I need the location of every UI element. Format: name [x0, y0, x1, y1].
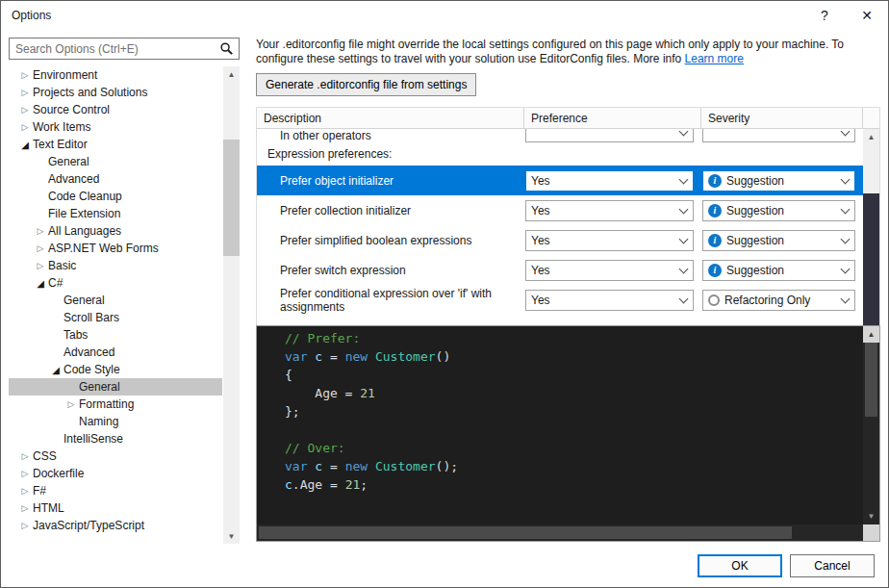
- expand-arrow-icon[interactable]: ▷: [18, 122, 32, 132]
- tree-scrollbar[interactable]: ▲ ▼: [223, 66, 240, 544]
- option-row-prefer-object-initializer[interactable]: Prefer object initializerYesiSuggestion: [257, 166, 863, 195]
- code-preview: // Prefer:var c = new Customer(){ Age = …: [256, 325, 880, 542]
- tree-item-source-control[interactable]: ▷Source Control: [9, 101, 222, 118]
- search-input[interactable]: [10, 42, 219, 56]
- tree-item-environment[interactable]: ▷Environment: [9, 66, 222, 84]
- expand-arrow-icon[interactable]: ▷: [34, 226, 47, 236]
- preference-dropdown[interactable]: Yes: [525, 290, 694, 311]
- option-row-prefer-simplified-boolean-expressions[interactable]: Prefer simplified boolean expressionsYes…: [257, 225, 863, 255]
- tree-item-f[interactable]: ▷F#: [9, 482, 222, 499]
- preference-cell: Yes: [524, 226, 701, 255]
- learn-more-link[interactable]: Learn more: [685, 52, 744, 65]
- cancel-button[interactable]: Cancel: [790, 554, 875, 577]
- close-button[interactable]: ✕: [846, 1, 888, 30]
- table-scrollbar-thumb[interactable]: [863, 193, 879, 325]
- preview-hscrollbar-thumb[interactable]: [259, 526, 792, 539]
- tree-item-general[interactable]: General: [9, 153, 222, 170]
- preference-dropdown[interactable]: Yes: [525, 200, 694, 221]
- expand-arrow-icon[interactable]: ▷: [18, 469, 32, 478]
- collapse-arrow-icon[interactable]: ◢: [49, 365, 63, 375]
- tree-item-intellisense[interactable]: IntelliSense: [9, 430, 222, 447]
- tree-item-formatting[interactable]: ▷Formatting: [9, 396, 222, 413]
- search-icon[interactable]: [219, 41, 234, 56]
- scroll-up-icon[interactable]: ▲: [863, 326, 879, 343]
- option-description: Prefer object initializer: [257, 172, 524, 190]
- tree-item-advanced[interactable]: Advanced: [9, 344, 222, 361]
- preview-vertical-scrollbar[interactable]: ▲ ▼: [863, 326, 879, 524]
- help-button[interactable]: ?: [803, 1, 846, 30]
- table-row-partial[interactable]: In other operators: [257, 129, 863, 142]
- generate-editorconfig-button[interactable]: Generate .editorconfig file from setting…: [256, 73, 476, 96]
- expand-arrow-icon[interactable]: ▷: [18, 105, 32, 115]
- tree-item-basic[interactable]: ▷Basic: [9, 257, 222, 274]
- preference-dropdown[interactable]: Yes: [525, 170, 694, 192]
- tree-item-dockerfile[interactable]: ▷Dockerfile: [9, 465, 222, 482]
- severity-dropdown[interactable]: iSuggestion: [702, 170, 855, 192]
- option-row-prefer-switch-expression[interactable]: Prefer switch expressionYesiSuggestion: [257, 255, 863, 285]
- expand-arrow-icon[interactable]: ▷: [18, 503, 32, 513]
- section-header-expression-preferences: Expression preferences:: [257, 142, 863, 166]
- severity-dropdown[interactable]: [702, 129, 855, 142]
- tree-item-label: Text Editor: [32, 138, 88, 151]
- tree-item-c[interactable]: ◢C#: [9, 274, 222, 292]
- tree-item-general[interactable]: General: [9, 292, 222, 309]
- ok-button[interactable]: OK: [698, 554, 782, 577]
- column-header-description[interactable]: Description: [257, 108, 524, 128]
- severity-dropdown[interactable]: iSuggestion: [702, 200, 855, 221]
- preference-dropdown[interactable]: [525, 129, 694, 142]
- tree-item-all-languages[interactable]: ▷All Languages: [9, 222, 222, 240]
- scroll-down-icon[interactable]: ▼: [223, 528, 240, 544]
- dropdown-value: Suggestion: [726, 174, 838, 188]
- table-scrollbar-track[interactable]: [863, 144, 879, 325]
- severity-dropdown[interactable]: iSuggestion: [702, 260, 855, 281]
- dialog-content: ▷Environment▷Projects and Solutions▷Sour…: [1, 30, 888, 544]
- expand-arrow-icon[interactable]: ▷: [34, 261, 47, 270]
- column-header-severity[interactable]: Severity: [701, 108, 863, 128]
- scroll-up-icon[interactable]: ▲: [223, 66, 240, 82]
- option-description: Prefer switch expression: [257, 262, 524, 279]
- tree-item-naming[interactable]: Naming: [9, 413, 222, 430]
- severity-dropdown[interactable]: Refactoring Only: [702, 290, 855, 311]
- preview-horizontal-scrollbar[interactable]: [257, 524, 863, 541]
- collapse-arrow-icon[interactable]: ◢: [18, 140, 32, 150]
- preview-scrollbar-track[interactable]: [863, 343, 879, 508]
- option-row-prefer-collection-initializer[interactable]: Prefer collection initializerYesiSuggest…: [257, 195, 863, 225]
- tree-item-advanced[interactable]: Advanced: [9, 170, 222, 188]
- tree-item-text-editor[interactable]: ◢Text Editor: [9, 136, 222, 153]
- tree-item-file-extension[interactable]: File Extension: [9, 205, 222, 222]
- tree-scrollbar-track[interactable]: [223, 82, 240, 528]
- expand-arrow-icon[interactable]: ▷: [64, 399, 78, 409]
- tree-item-scroll-bars[interactable]: Scroll Bars: [9, 309, 222, 326]
- tree-item-asp-net-web-forms[interactable]: ▷ASP.NET Web Forms: [9, 240, 222, 257]
- severity-cell: Refactoring Only: [701, 286, 863, 315]
- preview-scrollbar-thumb[interactable]: [865, 343, 877, 417]
- column-header-preference[interactable]: Preference: [524, 108, 701, 128]
- tree-scrollbar-thumb[interactable]: [223, 140, 240, 256]
- titlebar: Options ? ✕: [1, 1, 888, 30]
- tree-item-javascript-typescript[interactable]: ▷JavaScript/TypeScript: [9, 517, 222, 534]
- tree-item-code-style[interactable]: ◢Code Style: [9, 361, 222, 378]
- preference-dropdown[interactable]: Yes: [525, 260, 694, 281]
- expand-arrow-icon[interactable]: ▷: [18, 88, 32, 97]
- preference-dropdown[interactable]: Yes: [525, 230, 694, 251]
- tree-item-html[interactable]: ▷HTML: [9, 499, 222, 517]
- expand-arrow-icon[interactable]: ▷: [34, 243, 47, 253]
- scroll-down-icon[interactable]: ▼: [863, 508, 879, 524]
- tree-item-work-items[interactable]: ▷Work Items: [9, 118, 222, 136]
- tree-item-tabs[interactable]: Tabs: [9, 326, 222, 344]
- collapse-arrow-icon[interactable]: ◢: [34, 278, 47, 289]
- expand-arrow-icon[interactable]: ▷: [18, 486, 32, 496]
- tree-item-css[interactable]: ▷CSS: [9, 447, 222, 465]
- tree-item-projects-and-solutions[interactable]: ▷Projects and Solutions: [9, 84, 222, 101]
- option-row-prefer-conditional-expression-over-if-with-assignments[interactable]: Prefer conditional expression over 'if' …: [257, 285, 863, 316]
- tree-item-label: ASP.NET Web Forms: [47, 242, 159, 255]
- table-scrollbar[interactable]: ▲: [863, 129, 879, 325]
- tree-item-code-cleanup[interactable]: Code Cleanup: [9, 188, 222, 205]
- expand-arrow-icon[interactable]: ▷: [18, 521, 32, 530]
- tree-item-label: IntelliSense: [63, 432, 123, 446]
- tree-item-general[interactable]: General: [9, 378, 222, 396]
- expand-arrow-icon[interactable]: ▷: [18, 451, 32, 461]
- severity-dropdown[interactable]: iSuggestion: [702, 230, 855, 251]
- expand-arrow-icon[interactable]: ▷: [18, 70, 32, 80]
- scroll-up-icon[interactable]: ▲: [863, 129, 879, 144]
